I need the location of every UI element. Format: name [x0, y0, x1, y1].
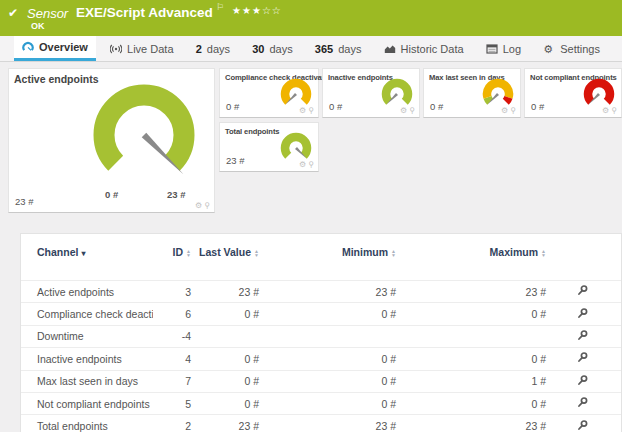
channel-id: 6: [153, 308, 193, 320]
tab-number: 365: [315, 43, 333, 55]
tab-number: 2: [196, 43, 202, 55]
channel-maximum: 23 #: [398, 286, 548, 298]
channel-last-value: 0 #: [193, 308, 261, 320]
pin-icon[interactable]: ⚲: [204, 201, 210, 210]
channel-settings-icon[interactable]: [576, 419, 589, 432]
gauge-panel-inactive-endpoints: Inactive endpoints 0 # ⚙⚲: [322, 68, 420, 118]
tab-historic-data[interactable]: Historic Data: [376, 36, 472, 61]
gauge-panel-not-compliant-endpoints: Not compliant endpoints 0 # ⚙⚲: [524, 68, 622, 118]
channel-last-value: 23 #: [193, 286, 261, 298]
column-header-id[interactable]: ID▲▼: [153, 247, 193, 258]
channel-table-header: Channel▾ID▲▼Last Value▲▼Minimum▲▼Maximum…: [21, 234, 621, 280]
gear-icon[interactable]: ⚙: [400, 106, 407, 115]
column-header-maximum[interactable]: Maximum▲▼: [398, 247, 548, 258]
channel-maximum: 23 #: [398, 420, 548, 432]
channel-last-value: 0 #: [193, 398, 261, 410]
sort-icon: ▲▼: [254, 249, 259, 257]
pin-icon[interactable]: ⚲: [510, 106, 516, 115]
sensor-header: ✔ Sensor EXE/Script Advanced ⚐ ★★★☆☆ OK: [0, 0, 622, 36]
pin-icon[interactable]: ⚲: [308, 160, 314, 169]
column-header-channel[interactable]: Channel▾: [21, 247, 153, 259]
gauge-panel-max-last-seen-in-days: Max last seen in days 0 # ⚙⚲: [423, 68, 521, 118]
tab-30-days[interactable]: 30days: [244, 36, 301, 61]
channel-table: Channel▾ID▲▼Last Value▲▼Minimum▲▼Maximum…: [20, 233, 622, 432]
channel-id: 7: [153, 375, 193, 387]
column-header-last-value[interactable]: Last Value▲▼: [193, 247, 261, 258]
sort-icon: ▲▼: [391, 249, 396, 257]
main-gauge-panel: Active endpoints 0 # 23 # 23 # ⚙⚲: [8, 68, 215, 213]
tab-log[interactable]: Log: [478, 36, 529, 61]
sort-icon: ▲▼: [186, 249, 191, 257]
gear-icon[interactable]: ⚙: [299, 106, 306, 115]
channel-minimum: 0 #: [261, 375, 398, 387]
channel-settings-icon[interactable]: [576, 329, 589, 342]
tab-number: 30: [252, 43, 264, 55]
tab-label: days: [207, 43, 230, 55]
tab-live-data[interactable]: Live Data: [102, 36, 181, 61]
tab-label: Settings: [560, 43, 600, 55]
gear-icon[interactable]: ⚙: [195, 201, 202, 210]
gauge-value: 0 #: [430, 101, 443, 112]
column-header-minimum[interactable]: Minimum▲▼: [261, 247, 398, 258]
gear-icon[interactable]: ⚙: [299, 160, 306, 169]
gear-icon[interactable]: ⚙: [501, 106, 508, 115]
channel-id: 4: [153, 353, 193, 365]
channel-minimum: 23 #: [261, 286, 398, 298]
gauge-scale-min: 0 #: [105, 189, 118, 200]
table-row: Max last seen in days 7 0 # 0 # 1 #: [21, 370, 621, 392]
settings-icon: ⚙: [543, 43, 555, 55]
channel-maximum: 0 #: [398, 353, 548, 365]
channel-settings-icon[interactable]: [576, 351, 589, 364]
gauge-value: 23 #: [226, 155, 245, 166]
tab-label: days: [269, 43, 292, 55]
channel-maximum: 0 #: [398, 308, 548, 320]
table-row: Total endpoints 2 23 # 23 # 23 #: [21, 414, 621, 432]
channel-minimum: 0 #: [261, 353, 398, 365]
gauge-value: 0 #: [226, 101, 239, 112]
channel-minimum: 0 #: [261, 398, 398, 410]
channel-name: Downtime: [21, 330, 153, 342]
tab-settings[interactable]: ⚙Settings: [535, 36, 608, 61]
tab-label: Historic Data: [401, 43, 464, 55]
channel-settings-icon[interactable]: [576, 307, 589, 320]
sort-icon: ▲▼: [541, 249, 546, 257]
pin-icon[interactable]: ⚲: [409, 106, 415, 115]
priority-stars[interactable]: ★★★☆☆: [232, 5, 282, 16]
pin-icon[interactable]: ⚲: [611, 106, 617, 115]
tab-label: Log: [503, 43, 521, 55]
channel-id: 3: [153, 286, 193, 298]
tab-365-days[interactable]: 365days: [307, 36, 370, 61]
gauge-value: 23 #: [15, 196, 34, 207]
tab-label: Overview: [39, 41, 88, 53]
gauge-value: 0 #: [531, 101, 544, 112]
channel-name: Not compliant endpoints: [21, 398, 153, 410]
channel-maximum: 0 #: [398, 398, 548, 410]
channel-id: -4: [153, 330, 193, 342]
sort-desc-icon: ▾: [81, 249, 85, 258]
gauge-icon: [22, 41, 34, 53]
channel-last-value: 23 #: [193, 420, 261, 432]
sensor-title: EXE/Script Advanced: [76, 5, 213, 20]
active-endpoints-gauge-chart: [67, 83, 217, 185]
channel-settings-icon[interactable]: [576, 374, 589, 387]
gauge-panel-total-endpoints: Total endpoints 23 # ⚙⚲: [219, 122, 319, 172]
channel-name: Inactive endpoints: [21, 353, 153, 365]
status-ok-check-icon: ✔: [8, 6, 18, 20]
sensor-kind-label: Sensor: [27, 6, 68, 21]
tab-overview[interactable]: Overview: [14, 36, 96, 61]
table-row: Active endpoints 3 23 # 23 # 23 #: [21, 280, 621, 302]
gauge-value: 0 #: [329, 101, 342, 112]
channel-settings-icon[interactable]: [576, 284, 589, 297]
table-row: Compliance check deacti... 6 0 # 0 # 0 #: [21, 302, 621, 324]
chart-icon: [384, 43, 396, 55]
channel-name: Active endpoints: [21, 286, 153, 298]
pin-icon[interactable]: ⚲: [308, 106, 314, 115]
channel-id: 5: [153, 398, 193, 410]
channel-settings-icon[interactable]: [576, 396, 589, 409]
tab-bar: OverviewLive Data2days30days365daysHisto…: [0, 36, 622, 62]
tab-2-days[interactable]: 2days: [188, 36, 238, 61]
gear-icon[interactable]: ⚙: [602, 106, 609, 115]
channel-last-value: 0 #: [193, 375, 261, 387]
channel-name: Total endpoints: [21, 420, 153, 432]
flag-icon[interactable]: ⚐: [216, 2, 224, 12]
